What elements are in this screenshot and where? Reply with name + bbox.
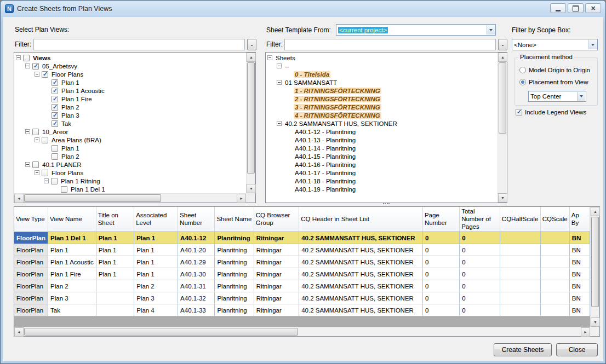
close-button[interactable] — [585, 3, 601, 13]
tree-checkbox[interactable] — [52, 96, 58, 102]
radio-icon[interactable] — [519, 67, 526, 73]
table-row[interactable]: FloorPlanPlan 1Plan 1Plan 1A40.1-20Planr… — [14, 244, 590, 256]
grid-vertical-scrollbar[interactable]: ▲ ▼ — [590, 207, 599, 327]
table-cell[interactable]: 0 — [422, 244, 459, 256]
table-cell[interactable]: Ritningar — [254, 244, 299, 256]
tree-item[interactable]: 0 - Titelsida — [266, 70, 498, 78]
tree-item[interactable]: A40.1-17 - Planritning — [266, 169, 498, 177]
tree-item[interactable]: A40.1-12 - Planritning — [266, 128, 498, 136]
table-cell[interactable] — [540, 268, 569, 280]
sheets-tree-vertical-scrollbar[interactable]: ▲ ▼ — [498, 53, 507, 203]
tree-item[interactable]: A40.1-13 - Planritning — [266, 136, 498, 144]
radio-placement-from-view[interactable]: Placement from View — [519, 79, 588, 85]
column-header[interactable]: Title on Sheet — [96, 207, 134, 232]
table-cell[interactable] — [500, 268, 540, 280]
create-sheets-button[interactable]: Create Sheets — [494, 343, 552, 356]
collapse-icon[interactable] — [25, 162, 30, 167]
tree-item[interactable]: A40.1-19 - Planritning — [266, 185, 498, 193]
tree-item[interactable]: Plan 1 Del 1 — [14, 185, 246, 193]
collapse-icon[interactable] — [35, 137, 39, 142]
sheet-template-combobox[interactable]: <current project> — [336, 24, 496, 36]
tree-checkbox[interactable] — [52, 88, 58, 94]
table-cell[interactable]: Plan 3 — [48, 292, 96, 304]
table-cell[interactable] — [500, 292, 540, 304]
scroll-down-icon[interactable]: ▼ — [247, 184, 256, 193]
table-cell[interactable]: Planritning — [215, 292, 254, 304]
tree-item[interactable]: Plan 2 — [14, 152, 246, 160]
tree-item[interactable]: Floor Plans — [14, 169, 246, 177]
table-cell[interactable]: Plan 1 — [134, 268, 178, 280]
table-cell[interactable]: Ritningar — [254, 280, 299, 292]
collapse-icon[interactable] — [25, 63, 30, 68]
tree-checkbox[interactable] — [61, 186, 67, 193]
tree-checkbox[interactable] — [52, 104, 58, 111]
table-cell[interactable]: Plan 1 Fire — [48, 268, 96, 280]
collapse-icon[interactable] — [44, 178, 49, 183]
table-cell[interactable]: Plan 3 — [134, 292, 178, 304]
table-cell[interactable]: Ritningar — [254, 304, 299, 316]
table-cell[interactable]: Plan 4 — [134, 304, 178, 316]
table-cell[interactable]: 0 — [460, 304, 500, 316]
table-cell[interactable]: 40.2 SAMMANSATT HUS, SEKTIONER — [299, 256, 423, 268]
table-row[interactable]: FloorPlanPlan 2Plan 2A40.1-31Planritning… — [14, 280, 590, 292]
table-cell[interactable]: 40.2 SAMMANSATT HUS, SEKTIONER — [299, 244, 423, 256]
table-row[interactable]: FloorPlanTakPlan 4A40.1-33PlanritningRit… — [14, 304, 590, 316]
tree-item[interactable]: Plan 1 — [14, 78, 246, 86]
table-row[interactable]: FloorPlanPlan 1 AcousticPlan 1Plan 1A40.… — [14, 256, 590, 268]
table-cell[interactable]: 40.2 SAMMANSATT HUS, SEKTIONER — [299, 304, 423, 316]
table-cell[interactable]: FloorPlan — [14, 232, 48, 244]
column-header[interactable]: CQScale — [540, 207, 569, 232]
tree-item[interactable]: Plan 1 Ritning — [14, 177, 246, 185]
resize-grip-dots[interactable] — [383, 203, 390, 205]
table-cell[interactable]: Plan 1 — [48, 244, 96, 256]
scrollbar-thumb[interactable] — [499, 62, 506, 134]
include-legend-views-row[interactable]: Include Legend Views — [516, 109, 586, 115]
column-header[interactable]: Sheet Name — [215, 207, 254, 232]
table-cell[interactable]: Plan 2 — [134, 280, 178, 292]
collapse-icon[interactable] — [277, 80, 282, 85]
table-cell[interactable]: Planritning — [215, 244, 254, 256]
table-cell[interactable] — [540, 232, 569, 244]
collapse-icon[interactable] — [25, 129, 30, 134]
scrollbar-thumb[interactable] — [591, 217, 599, 307]
table-cell[interactable]: BN — [569, 292, 590, 304]
tree-item[interactable]: 1 - RITNINGSFÖRTECKNING — [266, 86, 498, 95]
table-cell[interactable]: A40.1-20 — [178, 244, 215, 256]
table-cell[interactable] — [540, 292, 569, 304]
table-cell[interactable]: 40.2 SAMMANSATT HUS, SEKTIONER — [299, 280, 423, 292]
table-cell[interactable]: 0 — [460, 280, 500, 292]
table-cell[interactable]: BN — [569, 268, 590, 280]
table-cell[interactable]: FloorPlan — [14, 244, 48, 256]
table-cell[interactable]: Planritning — [215, 232, 254, 244]
radio-model-origin[interactable]: Model Origin to Origin — [519, 67, 590, 73]
grid-horizontal-scrollbar[interactable]: ◄ ► — [14, 327, 590, 336]
tree-item[interactable]: A40.1-16 - Planritning — [266, 160, 498, 169]
tree-checkbox[interactable] — [42, 170, 48, 176]
tree-item[interactable]: 01 SAMMANSATT — [266, 78, 498, 86]
scroll-right-icon[interactable]: ► — [237, 194, 246, 203]
sheet-filter-clear-button[interactable]: - — [498, 39, 507, 50]
tree-item[interactable]: A40.1-14 - Planritning — [266, 144, 498, 152]
tree-checkbox[interactable] — [51, 178, 58, 184]
table-cell[interactable]: A40.1-12 — [178, 232, 215, 244]
scroll-up-icon[interactable]: ▲ — [591, 207, 600, 216]
table-cell[interactable]: Ritningar — [254, 292, 299, 304]
table-cell[interactable] — [500, 244, 540, 256]
minimize-button[interactable] — [550, 3, 566, 13]
table-cell[interactable] — [540, 244, 569, 256]
tree-item[interactable]: A40.1-15 - Planritning — [266, 152, 498, 160]
table-cell[interactable]: FloorPlan — [14, 256, 48, 268]
tree-checkbox[interactable] — [52, 79, 58, 86]
column-header[interactable]: CQHalfScale — [500, 207, 540, 232]
tree-item[interactable]: Plan 1 — [14, 144, 246, 152]
table-cell[interactable] — [500, 256, 540, 268]
column-header[interactable]: View Name — [48, 207, 96, 232]
chevron-down-icon[interactable] — [487, 25, 495, 34]
table-cell[interactable]: Plan 1 Acoustic — [48, 256, 96, 268]
table-cell[interactable] — [500, 280, 540, 292]
table-cell[interactable]: Plan 1 — [134, 256, 178, 268]
column-header[interactable]: CQ Header in Sheet List — [299, 207, 423, 232]
column-header[interactable]: Sheet Number — [178, 207, 215, 232]
tree-item[interactable]: 2 - RITNINGSFÖRTECKNING — [266, 95, 498, 103]
table-cell[interactable]: 40.2 SAMMANSATT HUS, SEKTIONER — [299, 268, 423, 280]
